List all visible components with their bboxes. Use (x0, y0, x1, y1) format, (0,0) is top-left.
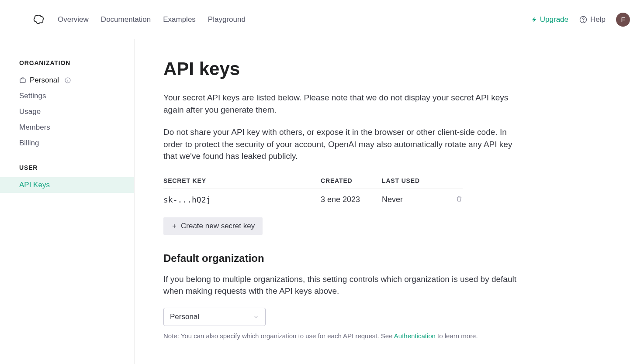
sidebar-item-settings[interactable]: Settings (0, 88, 134, 104)
svg-point-1 (583, 21, 584, 21)
nav-right: Upgrade Help F (531, 13, 611, 27)
th-last-used: LAST USED (382, 173, 443, 189)
upgrade-label: Upgrade (540, 15, 568, 24)
sidebar-user-label: USER (0, 164, 134, 177)
authentication-link[interactable]: Authentication (394, 332, 436, 340)
default-org-select-value: Personal (170, 312, 199, 321)
intro-paragraph-2: Do not share your API key with others, o… (163, 126, 525, 162)
sidebar-item-billing[interactable]: Billing (0, 135, 134, 151)
help-icon (579, 15, 588, 24)
api-keys-table: SECRET KEY CREATED LAST USED sk-...hQ2j … (163, 173, 463, 210)
cell-last-used: Never (382, 189, 443, 210)
sidebar-item-members[interactable]: Members (0, 120, 134, 135)
sidebar-org-name-text: Personal (30, 76, 59, 85)
default-org-title: Default organization (163, 252, 525, 264)
nav-link-overview[interactable]: Overview (58, 15, 89, 24)
cell-created: 3 ene 2023 (321, 189, 382, 210)
briefcase-icon (19, 77, 26, 84)
note-suffix: to learn more. (436, 332, 478, 340)
page-title: API keys (163, 58, 525, 79)
nav-links: Overview Documentation Examples Playgrou… (58, 15, 246, 24)
delete-key-button[interactable] (456, 195, 463, 202)
upgrade-button[interactable]: Upgrade (531, 15, 568, 24)
default-org-select[interactable]: Personal (163, 308, 266, 326)
create-secret-key-button[interactable]: Create new secret key (163, 217, 263, 235)
create-secret-key-label: Create new secret key (181, 222, 255, 230)
main-content: API keys Your secret API keys are listed… (135, 39, 554, 364)
sidebar-org-name[interactable]: Personal (0, 72, 134, 88)
info-icon (64, 77, 71, 84)
help-label: Help (590, 15, 606, 24)
th-secret-key: SECRET KEY (163, 173, 321, 189)
note-prefix: Note: You can also specify which organiz… (163, 332, 394, 340)
sidebar-item-api-keys[interactable]: API Keys (0, 177, 134, 193)
top-nav: Overview Documentation Examples Playgrou… (14, 0, 630, 39)
th-created: CREATED (321, 173, 382, 189)
default-org-paragraph: If you belong to multiple organizations,… (163, 273, 525, 297)
lightning-icon (531, 16, 537, 23)
cell-secret-key: sk-...hQ2j (163, 189, 321, 210)
svg-rect-2 (20, 79, 25, 83)
chevron-down-icon (253, 314, 259, 320)
note-text: Note: You can also specify which organiz… (163, 332, 525, 340)
table-row: sk-...hQ2j 3 ene 2023 Never (163, 189, 463, 210)
sidebar-org-label: ORGANIZATION (0, 59, 134, 72)
nav-link-documentation[interactable]: Documentation (101, 15, 151, 24)
nav-link-playground[interactable]: Playground (208, 15, 246, 24)
intro-paragraph-1: Your secret API keys are listed below. P… (163, 92, 525, 116)
sidebar: ORGANIZATION Personal Settings Usage Mem… (0, 39, 135, 364)
plus-icon (171, 223, 177, 229)
sidebar-item-usage[interactable]: Usage (0, 104, 134, 120)
openai-logo-icon[interactable] (33, 14, 45, 25)
help-button[interactable]: Help (579, 15, 606, 24)
avatar[interactable]: F (616, 13, 630, 27)
trash-icon (456, 195, 463, 202)
nav-link-examples[interactable]: Examples (163, 15, 196, 24)
